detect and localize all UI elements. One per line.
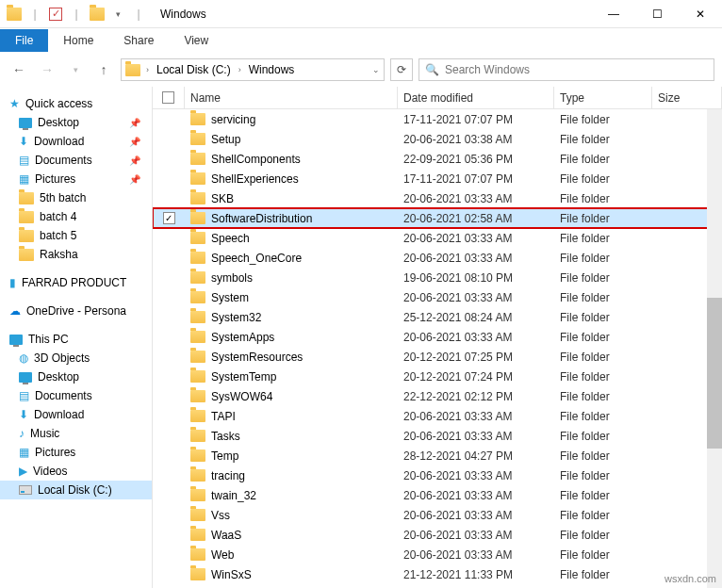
table-row[interactable]: twain_3220-06-2021 03:33 AMFile folder bbox=[153, 485, 722, 505]
scrollbar-thumb[interactable] bbox=[707, 298, 722, 449]
file-date: 20-06-2021 03:33 AM bbox=[398, 232, 554, 245]
folder-icon bbox=[190, 410, 205, 422]
table-row[interactable]: System3225-12-2021 08:24 AMFile folder bbox=[153, 307, 722, 327]
maximize-button[interactable]: ☐ bbox=[635, 0, 679, 28]
table-row[interactable]: Web20-06-2021 03:33 AMFile folder bbox=[153, 545, 722, 564]
file-type: File folder bbox=[554, 509, 652, 522]
table-row[interactable]: Speech20-06-2021 03:33 AMFile folder bbox=[153, 228, 722, 248]
table-row[interactable]: SystemResources20-12-2021 07:25 PMFile f… bbox=[153, 347, 722, 367]
chevron-right-icon[interactable]: › bbox=[144, 65, 151, 74]
pin-icon: 📌 bbox=[129, 118, 144, 128]
up-button[interactable]: ↑ bbox=[92, 62, 115, 77]
table-row[interactable]: Tasks20-06-2021 03:33 AMFile folder bbox=[153, 426, 722, 446]
table-row[interactable]: Speech_OneCore20-06-2021 03:33 AMFile fo… bbox=[153, 248, 722, 268]
table-row[interactable]: symbols19-06-2021 08:10 PMFile folder bbox=[153, 268, 722, 287]
select-all-checkbox[interactable] bbox=[153, 87, 185, 108]
sidebar-desktop[interactable]: Desktop📌 bbox=[0, 113, 152, 132]
scrollbar-track[interactable] bbox=[707, 109, 722, 588]
column-type[interactable]: Type bbox=[554, 87, 652, 108]
breadcrumb-segment[interactable]: Windows bbox=[247, 63, 297, 76]
minimize-button[interactable]: — bbox=[592, 0, 635, 28]
table-row[interactable]: SystemApps20-06-2021 03:33 AMFile folder bbox=[153, 327, 722, 347]
recent-dropdown[interactable]: ▾ bbox=[64, 65, 87, 74]
sidebar-music[interactable]: ♪Music bbox=[0, 424, 152, 443]
sidebar-folder[interactable]: 5th batch bbox=[0, 188, 152, 207]
sidebar-desktop[interactable]: Desktop bbox=[0, 368, 152, 386]
table-row[interactable]: ShellExperiences17-11-2021 07:07 PMFile … bbox=[153, 169, 722, 188]
file-date: 20-06-2021 03:33 AM bbox=[398, 509, 554, 522]
properties-icon[interactable]: ✓ bbox=[47, 6, 64, 23]
file-name: SysWOW64 bbox=[211, 390, 272, 403]
folder-icon bbox=[190, 529, 205, 541]
breadcrumb-segment[interactable]: Local Disk (C:) bbox=[155, 63, 233, 76]
file-type: File folder bbox=[554, 430, 652, 443]
table-row[interactable]: SysWOW6422-12-2021 02:12 PMFile folder bbox=[153, 386, 722, 406]
refresh-button[interactable]: ⟳ bbox=[390, 58, 413, 81]
sidebar-documents[interactable]: ▤Documents📌 bbox=[0, 151, 152, 170]
back-button[interactable]: ← bbox=[8, 62, 30, 77]
table-row[interactable]: servicing17-11-2021 07:07 PMFile folder bbox=[153, 109, 722, 129]
table-row[interactable]: Setup20-06-2021 03:38 AMFile folder bbox=[153, 129, 722, 149]
sidebar-local-disk[interactable]: Local Disk (C:) bbox=[0, 481, 152, 499]
file-name: WinSxS bbox=[211, 568, 252, 581]
sidebar-quick-access[interactable]: ★Quick access bbox=[0, 94, 152, 113]
table-row[interactable]: SKB20-06-2021 03:33 AMFile folder bbox=[153, 188, 722, 208]
ribbon-tab-view[interactable]: View bbox=[169, 29, 223, 52]
file-type: File folder bbox=[554, 192, 652, 205]
file-date: 20-06-2021 03:33 AM bbox=[398, 430, 554, 443]
table-row[interactable]: TAPI20-06-2021 03:33 AMFile folder bbox=[153, 406, 722, 426]
file-type: File folder bbox=[554, 212, 652, 225]
sidebar-videos[interactable]: ▶Videos bbox=[0, 462, 152, 481]
sidebar-pictures[interactable]: ▦Pictures bbox=[0, 443, 152, 462]
column-size[interactable]: Size bbox=[652, 87, 722, 108]
file-name: Setup bbox=[211, 133, 240, 146]
file-name: tracing bbox=[211, 469, 245, 482]
row-checkbox[interactable]: ✓ bbox=[163, 212, 175, 224]
sidebar-3d-objects[interactable]: ◍3D Objects bbox=[0, 349, 152, 368]
folder-icon bbox=[89, 6, 106, 23]
table-row[interactable]: WinSxS21-12-2021 11:33 PMFile folder bbox=[153, 564, 722, 584]
ribbon-file-tab[interactable]: File bbox=[0, 29, 48, 52]
address-bar[interactable]: › Local Disk (C:) › Windows ⌄ bbox=[121, 58, 385, 81]
file-date: 20-06-2021 03:33 AM bbox=[398, 410, 554, 423]
ribbon-tab-home[interactable]: Home bbox=[48, 29, 108, 52]
table-row[interactable]: ✓SoftwareDistribution20-06-2021 02:58 AM… bbox=[153, 208, 722, 228]
close-button[interactable]: ✕ bbox=[679, 0, 722, 28]
sidebar-farrad[interactable]: ▮FARRAD PRODUCT bbox=[0, 273, 152, 292]
ribbon-tab-share[interactable]: Share bbox=[108, 29, 169, 52]
table-row[interactable]: Temp28-12-2021 04:27 PMFile folder bbox=[153, 446, 722, 466]
search-box[interactable]: 🔍 bbox=[418, 58, 714, 81]
table-row[interactable]: SystemTemp20-12-2021 07:24 PMFile folder bbox=[153, 367, 722, 386]
sidebar-onedrive[interactable]: ☁OneDrive - Persona bbox=[0, 302, 152, 320]
search-input[interactable] bbox=[445, 63, 708, 76]
sidebar-download[interactable]: ⬇Download bbox=[0, 405, 152, 424]
chevron-right-icon[interactable]: › bbox=[237, 65, 243, 74]
file-name: ShellExperiences bbox=[211, 172, 299, 186]
forward-button[interactable]: → bbox=[36, 62, 58, 77]
sidebar-this-pc[interactable]: This PC bbox=[0, 330, 152, 349]
file-date: 20-12-2021 07:24 PM bbox=[398, 370, 554, 384]
sidebar-documents[interactable]: ▤Documents bbox=[0, 386, 152, 405]
sidebar-pictures[interactable]: ▦Pictures📌 bbox=[0, 170, 152, 188]
table-row[interactable]: Vss20-06-2021 03:33 AMFile folder bbox=[153, 505, 722, 525]
chevron-down-icon[interactable]: ⌄ bbox=[372, 65, 380, 74]
table-row[interactable]: ShellComponents22-09-2021 05:36 PMFile f… bbox=[153, 149, 722, 169]
sidebar-folder[interactable]: Raksha bbox=[0, 245, 152, 264]
file-date: 22-09-2021 05:36 PM bbox=[398, 153, 554, 166]
file-date: 22-12-2021 02:12 PM bbox=[398, 390, 554, 403]
column-date[interactable]: Date modified bbox=[398, 87, 554, 108]
table-row[interactable]: System20-06-2021 03:33 AMFile folder bbox=[153, 287, 722, 307]
column-name[interactable]: Name bbox=[185, 87, 398, 108]
file-name: WaaS bbox=[211, 529, 241, 542]
table-row[interactable]: WaaS20-06-2021 03:33 AMFile folder bbox=[153, 525, 722, 545]
sidebar-folder[interactable]: batch 4 bbox=[0, 207, 152, 226]
search-icon: 🔍 bbox=[425, 63, 439, 76]
table-row[interactable]: tracing20-06-2021 03:33 AMFile folder bbox=[153, 466, 722, 485]
nav-row: ← → ▾ ↑ › Local Disk (C:) › Windows ⌄ ⟳ … bbox=[0, 53, 722, 87]
file-name: servicing bbox=[211, 113, 255, 126]
sidebar-folder[interactable]: batch 5 bbox=[0, 226, 152, 245]
window-title: Windows bbox=[153, 8, 206, 21]
qat-dropdown-icon[interactable]: ▾ bbox=[109, 6, 126, 23]
sidebar-download[interactable]: ⬇Download📌 bbox=[0, 132, 152, 151]
folder-icon bbox=[190, 113, 205, 125]
